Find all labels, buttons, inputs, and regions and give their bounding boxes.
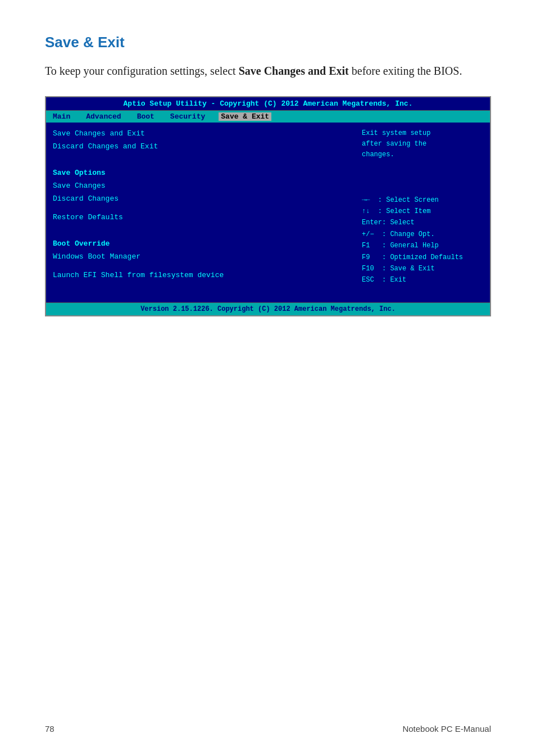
bios-menu-main[interactable]: Main [51,112,72,121]
bios-option-save-and-exit[interactable]: Save Changes and Exit [51,128,351,139]
bios-option-save-changes[interactable]: Save Changes [51,180,351,191]
bios-menu-advanced[interactable]: Advanced [84,112,123,121]
page-footer: 78 Notebook PC E-Manual [45,724,491,734]
bios-option-windows-boot-manager[interactable]: Windows Boot Manager [51,251,351,262]
bios-section-boot-override: Boot Override [51,238,351,249]
bios-keybindings: →← : Select Screen ↑↓ : Select Item Ente… [362,194,485,286]
bios-key-enter: Enter: Select [362,217,485,228]
bios-key-f9: F9 : Optimized Defaults [362,252,485,263]
bios-key-f10: F10 : Save & Exit [362,263,485,274]
bios-help-line-2: after saving the [362,139,485,150]
bios-help-line-1: Exit system setup [362,128,485,139]
page-number: 78 [45,724,54,734]
bios-help-text: Exit system setup after saving the chang… [362,128,485,161]
bios-title-bar: Aptio Setup Utility - Copyright (C) 2012… [46,97,490,111]
bios-left-panel: Save Changes and Exit Discard Changes an… [51,128,362,297]
bios-help-line-3: changes. [362,150,485,160]
bios-key-select-screen: →← : Select Screen [362,194,485,206]
section-description: To keep your configuration settings, sel… [45,62,491,79]
bios-content-area: Save Changes and Exit Discard Changes an… [46,123,490,302]
bios-key-select-item: ↑↓ : Select Item [362,206,485,217]
bios-right-panel: Exit system setup after saving the chang… [362,128,485,297]
bios-option-restore-defaults[interactable]: Restore Defaults [51,212,351,223]
bios-menu-boot[interactable]: Boot [135,112,157,121]
bios-option-launch-efi-shell[interactable]: Launch EFI Shell from filesystem device [51,270,351,280]
bios-menu-security[interactable]: Security [168,112,207,121]
bios-section-save-options: Save Options [51,168,351,178]
bios-footer: Version 2.15.1226. Copyright (C) 2012 Am… [46,302,490,315]
bios-screen: Aptio Setup Utility - Copyright (C) 2012… [45,96,491,316]
bios-option-discard-changes[interactable]: Discard Changes [51,193,351,204]
section-title: Save & Exit [45,34,491,51]
bios-option-discard-and-exit[interactable]: Discard Changes and Exit [51,141,351,152]
bios-key-esc: ESC : Exit [362,274,485,286]
bios-menu-bar: Main Advanced Boot Security Save & Exit [46,111,490,123]
bios-menu-save-exit[interactable]: Save & Exit [219,112,271,121]
manual-title: Notebook PC E-Manual [402,724,491,734]
bios-key-change-opt: +/− : Change Opt. [362,229,485,240]
bios-key-f1: F1 : General Help [362,240,485,251]
